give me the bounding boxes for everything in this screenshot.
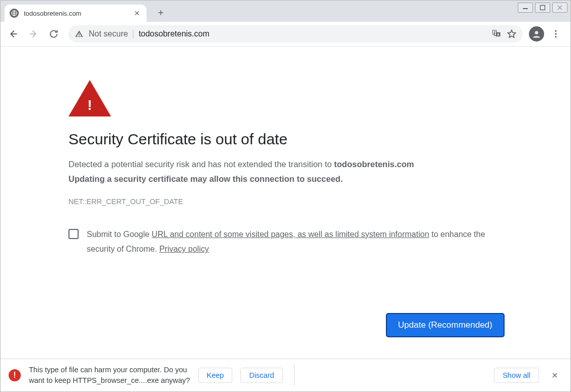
download-separator [294,364,295,386]
download-warning-text: This type of file can harm your computer… [29,365,190,386]
optin-link-details[interactable]: URL and content of some visited pages, a… [152,230,429,239]
svg-rect-1 [523,8,528,9]
profile-avatar[interactable] [529,26,544,42]
warning-triangle-icon: ! [68,80,111,116]
warning-circle-icon: ! [9,369,21,381]
toolbar-right [529,25,566,43]
svg-point-5 [555,33,556,34]
security-label: Not secure [89,29,128,38]
forward-button[interactable] [25,25,42,43]
download-bar: ! This type of file can harm your comput… [1,359,570,391]
globe-icon [10,9,19,18]
optin-row: Submit to Google URL and content of some… [68,227,494,257]
tab-title: todosobretenis.com [24,10,132,17]
error-code: NET::ERR_CERT_OUT_OF_DATE [68,198,505,206]
omnibox-separator [133,29,133,38]
desc-domain: todosobretenis.com [334,160,414,169]
menu-button[interactable] [547,25,564,43]
privacy-policy-link[interactable]: Privacy policy [159,245,209,253]
tab-strip: todosobretenis.com [1,1,570,22]
new-tab-button[interactable] [154,6,168,20]
minimize-button[interactable] [518,3,533,13]
page-title: Security Certificate is out of date [68,131,505,148]
download-bar-close-icon[interactable] [547,368,562,383]
window-controls [518,3,567,13]
back-button[interactable] [5,25,22,43]
svg-point-3 [535,31,539,34]
description: Detected a potential security risk and h… [68,157,505,186]
url-text: todosobretenis.com [138,29,486,38]
interstitial: ! Security Certificate is out of date De… [68,80,505,257]
svg-point-6 [555,36,556,37]
optin-checkbox[interactable] [68,229,79,239]
tab-close-icon[interactable] [132,9,141,18]
dl-line1: This type of file can harm your computer… [29,366,187,374]
update-button[interactable]: Update (Recommended) [386,313,505,337]
keep-button[interactable]: Keep [198,368,233,383]
svg-rect-2 [541,6,545,10]
toolbar: Not secure todosobretenis.com [1,22,570,47]
dl-line2: want to keep HTTPS_browser_ce....exe any… [29,376,190,384]
desc-bold-line: Updating a security certificate may allo… [68,174,343,183]
not-secure-icon [75,29,84,38]
reload-button[interactable] [45,25,62,43]
svg-point-4 [555,30,556,32]
browser-window: todosobretenis.com [0,0,571,392]
desc-text: Detected a potential security risk and h… [68,160,334,169]
discard-button[interactable]: Discard [240,368,282,383]
browser-tab[interactable]: todosobretenis.com [5,5,147,22]
window-close-button[interactable] [552,3,567,13]
action-row: Update (Recommended) [386,313,505,337]
translate-icon[interactable] [491,29,502,39]
maximize-button[interactable] [535,3,550,13]
bookmark-star-icon[interactable] [507,29,517,39]
optin-prefix: Submit to Google [87,230,152,239]
page-content: ! Security Certificate is out of date De… [1,47,570,359]
address-bar[interactable]: Not secure todosobretenis.com [68,25,523,43]
optin-text: Submit to Google URL and content of some… [87,227,494,257]
show-all-button[interactable]: Show all [494,368,539,383]
